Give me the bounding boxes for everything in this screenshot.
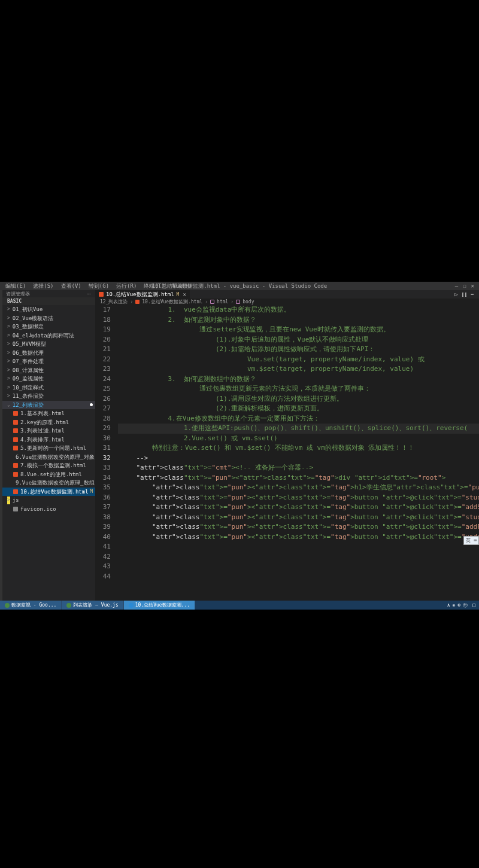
file-item[interactable]: 4.列表排序.html: [2, 435, 95, 444]
file-item[interactable]: 8.Vue.set的使用.html: [2, 470, 95, 479]
folder-item[interactable]: 09_监视属性: [2, 374, 95, 383]
tab-close-icon[interactable]: ✕: [183, 291, 186, 297]
folder-item[interactable]: 05_MVVM模型: [2, 340, 95, 349]
menu-go[interactable]: 转到(G): [86, 282, 112, 290]
menu-run[interactable]: 运行(R): [113, 282, 140, 290]
folder-item[interactable]: 06_数据代理: [2, 349, 95, 358]
folder-item[interactable]: 10_绑定样式: [2, 383, 95, 392]
element-icon: [210, 300, 214, 304]
file-tree: 01_初识Vue02_Vue模板语法03_数据绑定04_el与data的两种写法…: [2, 305, 95, 602]
file-item[interactable]: 5.更新时的一个问题.html: [2, 444, 95, 453]
file-item[interactable]: 9.Vue监测数据改变的原理_数组.html: [2, 479, 95, 488]
breadcrumb-html[interactable]: html: [217, 299, 228, 304]
code-content[interactable]: 1. vue会监视data中所有层次的数据。 2. 如何监测对象中的数据？ 通过…: [118, 305, 479, 602]
file-item[interactable]: 1.基本列表.html: [2, 409, 95, 418]
file-item[interactable]: favicon.ico: [2, 505, 95, 514]
split-editor-icon[interactable]: ⫿⫿: [462, 291, 468, 297]
window-title: 10.总结Vue数据监测.html - vue_basic - Visual S…: [152, 282, 327, 290]
folder-item[interactable]: 12_列表渲染: [2, 401, 95, 410]
ime-indicator[interactable]: 英 ⌨: [463, 536, 479, 545]
file-item[interactable]: 10.总结Vue数据监测.htmlM: [2, 488, 95, 497]
menu-selection[interactable]: 选择(S): [30, 282, 56, 290]
folder-item[interactable]: 03_数据绑定: [2, 322, 95, 331]
file-item[interactable]: 7.模拟一个数据监测.html: [2, 461, 95, 470]
tray-expand-icon[interactable]: ∧: [447, 602, 450, 608]
run-icon[interactable]: ▷: [454, 291, 457, 297]
menu-view[interactable]: 查看(V): [58, 282, 84, 290]
breadcrumb[interactable]: 12_列表渲染 › 10.总结Vue数据监测.html › html › bod…: [95, 299, 479, 305]
editor-panel: 10.总结Vue数据监测.html M ✕ ▷ ⫿⫿ ⋯ 12_列表渲染 › 1…: [95, 290, 479, 602]
element-icon: [236, 300, 240, 304]
taskbar-item[interactable]: 列表渲染 — Vue.js: [62, 601, 123, 610]
folder-item[interactable]: 08_计算属性: [2, 366, 95, 375]
tray-icon[interactable]: □: [472, 602, 475, 608]
html-file-icon: [135, 300, 140, 304]
folder-item[interactable]: js: [2, 496, 95, 505]
minimize-button[interactable]: —: [455, 283, 458, 289]
folder-item[interactable]: 11_条件渲染: [2, 392, 95, 401]
folder-item[interactable]: 01_初识Vue: [2, 305, 95, 314]
line-gutter: 1718192021222324252627282930313233343536…: [95, 305, 118, 602]
explorer-sidebar: 资源管理器 ⋯ BASIC 01_初识Vue02_Vue模板语法03_数据绑定0…: [2, 290, 95, 602]
taskbar-item[interactable]: 10.总结Vue数据监测...: [124, 601, 195, 610]
sidebar-more-icon[interactable]: ⋯: [87, 291, 92, 297]
tray-icon[interactable]: ❋: [453, 602, 456, 608]
explorer-title: 资源管理器: [6, 291, 30, 297]
tab-label: 10.总结Vue数据监测.html: [106, 291, 174, 299]
titlebar: 编辑(E) 选择(S) 查看(V) 转到(G) 运行(R) 终端(T) 帮助(H…: [0, 282, 479, 290]
close-button[interactable]: ✕: [471, 283, 474, 289]
folder-item[interactable]: 07_事件处理: [2, 357, 95, 366]
editor-tab-active[interactable]: 10.总结Vue数据监测.html M ✕: [95, 290, 190, 299]
system-tray[interactable]: ∧ ❋ ⊕ ㊥ □: [447, 602, 479, 608]
maximize-button[interactable]: ☐: [463, 283, 466, 289]
folder-item[interactable]: 02_Vue模板语法: [2, 314, 95, 323]
breadcrumb-folder[interactable]: 12_列表渲染: [100, 299, 128, 305]
workspace-root[interactable]: BASIC: [2, 297, 95, 305]
editor-tabs: 10.总结Vue数据监测.html M ✕ ▷ ⫿⫿ ⋯: [95, 290, 479, 299]
breadcrumb-body[interactable]: body: [242, 299, 254, 304]
tab-modified-badge: M: [177, 292, 180, 297]
window-controls: — ☐ ✕: [455, 283, 479, 289]
vscode-window: 编辑(E) 选择(S) 查看(V) 转到(G) 运行(R) 终端(T) 帮助(H…: [0, 282, 479, 610]
folder-item[interactable]: 04_el与data的两种写法: [2, 331, 95, 340]
more-actions-icon[interactable]: ⋯: [471, 291, 474, 297]
html-file-icon: [99, 292, 104, 297]
tray-ime-icon[interactable]: ㊥: [463, 602, 468, 608]
file-item[interactable]: 2.key的原理.html: [2, 418, 95, 427]
menu-edit[interactable]: 编辑(E): [2, 282, 29, 290]
file-item[interactable]: 3.列表过滤.html: [2, 427, 95, 435]
code-editor[interactable]: 1718192021222324252627282930313233343536…: [95, 305, 479, 602]
windows-taskbar: 数据监视 - Goo...列表渲染 — Vue.js10.总结Vue数据监测..…: [0, 601, 479, 610]
sidebar-header: 资源管理器 ⋯: [2, 290, 95, 297]
breadcrumb-file[interactable]: 10.总结Vue数据监测.html: [142, 299, 202, 305]
tray-icon[interactable]: ⊕: [457, 602, 460, 608]
file-item[interactable]: 6.Vue监测数据改变的原理_对象.html: [2, 453, 95, 462]
taskbar-item[interactable]: 数据监视 - Goo...: [0, 601, 62, 610]
